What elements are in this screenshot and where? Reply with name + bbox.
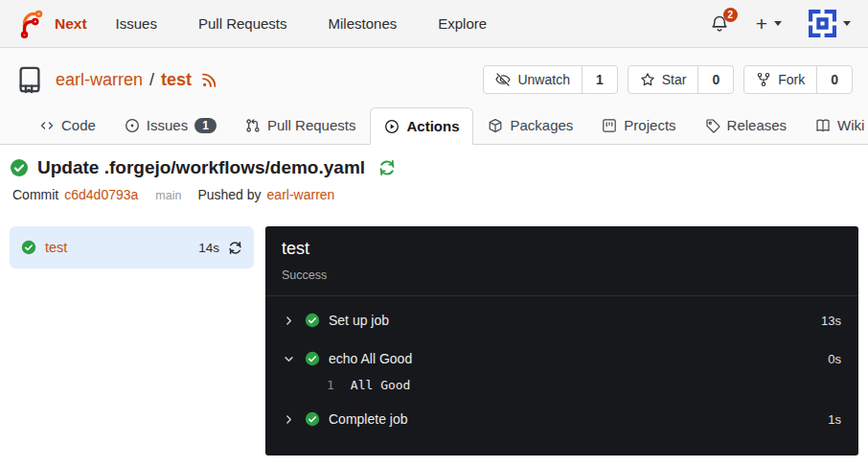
pushed-by-label: Pushed by — [197, 187, 261, 202]
tab-projects[interactable]: Projects — [587, 106, 690, 144]
tab-label: Code — [61, 117, 96, 133]
repo-owner-link[interactable]: earl-warren — [56, 70, 143, 90]
job-name: test — [45, 240, 67, 255]
pull-request-icon — [245, 118, 261, 133]
success-check-icon — [21, 240, 36, 255]
success-check-icon — [10, 158, 29, 177]
tab-actions[interactable]: Actions — [370, 107, 473, 145]
pusher-link[interactable]: earl-warren — [267, 187, 335, 202]
step-duration: 13s — [821, 314, 841, 328]
user-menu-dropdown[interactable] — [809, 10, 851, 37]
fork-label: Fork — [778, 72, 805, 87]
tab-issues[interactable]: Issues 1 — [110, 106, 231, 144]
repo-name-link[interactable]: test — [161, 70, 192, 90]
step-set-up-job[interactable]: Set up job 13s — [283, 301, 841, 339]
unwatch-button[interactable]: Unwatch 1 — [483, 65, 617, 94]
tab-wiki[interactable]: Wiki — [801, 106, 868, 144]
issues-count-badge: 1 — [194, 118, 217, 133]
chevron-down-icon — [283, 353, 296, 365]
nav-links: Issues Pull Requests Milestones Explore — [116, 15, 487, 32]
book-icon — [815, 118, 831, 133]
commit-summary: Commit c6d4d0793a main Pushed by earl-wa… — [12, 187, 858, 202]
package-icon — [488, 118, 503, 133]
step-name: Complete job — [329, 411, 408, 427]
success-check-icon — [305, 351, 320, 366]
chevron-down-icon — [843, 21, 851, 26]
notification-count-badge: 2 — [723, 8, 738, 22]
star-button[interactable]: Star 0 — [628, 65, 734, 94]
branch-link[interactable]: main — [155, 189, 181, 202]
tab-label: Projects — [624, 117, 675, 133]
rss-icon[interactable] — [201, 72, 217, 88]
avatar — [809, 10, 836, 37]
success-check-icon — [305, 411, 320, 427]
rerun-icon[interactable] — [378, 159, 396, 176]
home-link[interactable]: Next — [17, 10, 87, 38]
tab-packages[interactable]: Packages — [473, 106, 587, 144]
nav-link-explore[interactable]: Explore — [438, 15, 487, 32]
tab-releases[interactable]: Releases — [691, 106, 802, 144]
step-list: Set up job 13s echo All Good 0s 1 All Go… — [265, 296, 858, 443]
job-list: test 14s — [10, 226, 254, 455]
step-complete-job[interactable]: Complete job 1s — [283, 400, 841, 438]
job-detail-title: test — [282, 239, 842, 259]
success-check-icon — [305, 313, 320, 328]
log-line-text: All Good — [351, 378, 411, 392]
fork-icon — [756, 72, 771, 87]
stars-count[interactable]: 0 — [697, 66, 733, 93]
step-name: echo All Good — [329, 351, 412, 366]
notifications-button[interactable]: 2 — [710, 14, 729, 34]
commit-sha-link[interactable]: c6d4d0793a — [64, 187, 138, 202]
job-list-item-test[interactable]: test 14s — [10, 226, 254, 269]
tab-code[interactable]: Code — [25, 106, 110, 144]
job-detail-header: test Success — [265, 226, 858, 296]
nav-link-milestones[interactable]: Milestones — [329, 15, 398, 32]
repo-breadcrumb: earl-warren / test — [56, 70, 217, 90]
nav-link-pull-requests[interactable]: Pull Requests — [198, 15, 287, 32]
tag-icon — [705, 118, 720, 133]
nav-link-issues[interactable]: Issues — [116, 15, 157, 32]
tab-label: Releases — [727, 117, 788, 133]
repo-icon — [15, 65, 44, 94]
tab-label: Pull Requests — [267, 117, 356, 133]
run-title: Update .forgejo/workflows/demo.yaml — [37, 157, 365, 178]
tab-pull-requests[interactable]: Pull Requests — [231, 106, 371, 144]
play-circle-icon — [384, 119, 400, 134]
job-status: Success — [282, 269, 842, 282]
repo-separator: / — [149, 70, 154, 90]
job-duration: 14s — [198, 241, 219, 255]
eye-slash-icon — [495, 72, 511, 87]
tab-label: Issues — [147, 117, 188, 133]
rerun-job-icon[interactable] — [228, 241, 242, 255]
top-navbar: Next Issues Pull Requests Milestones Exp… — [0, 0, 868, 48]
forgejo-logo-icon — [17, 10, 46, 38]
tab-label: Packages — [510, 117, 573, 133]
code-icon — [39, 118, 55, 133]
star-icon — [640, 72, 655, 87]
chevron-down-icon — [774, 21, 782, 26]
repo-tabs: Code Issues 1 Pull Requests Actions — [0, 106, 868, 145]
step-name: Set up job — [329, 313, 389, 328]
issue-icon — [125, 118, 140, 133]
create-new-dropdown[interactable]: + — [756, 13, 782, 34]
job-detail-panel: test Success Set up job 13s — [265, 226, 858, 455]
chevron-right-icon — [283, 315, 296, 327]
step-duration: 0s — [828, 352, 841, 366]
unwatch-label: Unwatch — [517, 72, 569, 87]
commit-label: Commit — [12, 187, 58, 202]
tab-label: Wiki — [837, 117, 864, 133]
brand-name: Next — [55, 15, 87, 33]
chevron-right-icon — [283, 413, 296, 426]
log-line-number: 1 — [327, 378, 334, 392]
fork-button[interactable]: Fork 0 — [743, 65, 853, 94]
repo-header: earl-warren / test — [0, 48, 868, 145]
step-duration: 1s — [828, 412, 841, 427]
watchers-count[interactable]: 1 — [582, 66, 617, 93]
project-board-icon — [602, 118, 617, 133]
plus-icon: + — [756, 13, 767, 34]
log-line: 1 All Good — [283, 378, 841, 400]
tab-label: Actions — [406, 118, 459, 134]
actions-run-page: Update .forgejo/workflows/demo.yaml Comm… — [0, 145, 868, 455]
forks-count[interactable]: 0 — [816, 66, 852, 93]
step-echo-all-good[interactable]: echo All Good 0s — [283, 339, 841, 378]
